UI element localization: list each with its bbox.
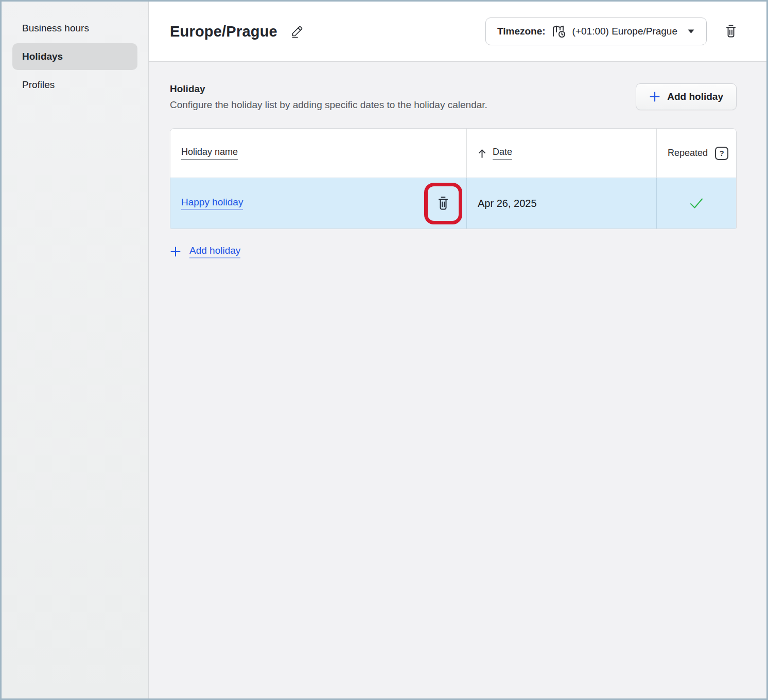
repeated-cell (657, 178, 736, 229)
help-icon[interactable]: ? (715, 147, 728, 160)
plus-icon (649, 91, 660, 102)
table-header: Holiday name Date Repeated ? (170, 129, 736, 178)
add-holiday-link-label: Add holiday (189, 245, 240, 258)
column-header-date: Date (467, 129, 657, 178)
add-holiday-link[interactable]: Add holiday (170, 245, 240, 258)
table-row: Happy holiday (170, 178, 736, 229)
section-title: Holiday (170, 83, 487, 95)
main-panel: Europe/Prague Timezone: (149, 2, 766, 698)
column-header-repeated: Repeated ? (657, 129, 736, 178)
app-window: Business hours Holidays Profiles Europe/… (0, 0, 768, 700)
plus-icon (170, 246, 181, 257)
map-clock-icon (551, 24, 567, 39)
trash-icon (724, 24, 738, 39)
holiday-section: Holiday Configure the holiday list by ad… (149, 62, 766, 698)
delete-holiday-button[interactable] (435, 195, 451, 212)
timezone-dropdown[interactable]: Timezone: (+01:00) Europe/Prague (485, 18, 707, 45)
holiday-table: Holiday name Date Repeated ? (170, 128, 737, 229)
pencil-icon (290, 24, 304, 39)
holiday-date-cell: Apr 26, 2025 (467, 178, 657, 229)
page-title: Europe/Prague (170, 23, 277, 40)
sidebar: Business hours Holidays Profiles (2, 2, 149, 698)
sidebar-item-profiles[interactable]: Profiles (12, 72, 137, 98)
trash-icon (437, 196, 450, 211)
timezone-label: Timezone: (497, 26, 546, 37)
column-repeated-label: Repeated (668, 148, 708, 159)
check-icon (688, 197, 705, 209)
sort-ascending-icon (478, 148, 486, 159)
delete-schedule-button[interactable] (722, 22, 740, 41)
column-date-label[interactable]: Date (493, 147, 512, 160)
holiday-name-link[interactable]: Happy holiday (181, 197, 243, 210)
annotation-highlight-box (424, 183, 462, 224)
sidebar-item-holidays[interactable]: Holidays (12, 43, 137, 70)
edit-title-button[interactable] (288, 22, 306, 41)
add-holiday-button-label: Add holiday (667, 91, 723, 102)
column-holiday-name-label[interactable]: Holiday name (181, 147, 238, 160)
timezone-value: (+01:00) Europe/Prague (572, 26, 677, 37)
sidebar-item-business-hours[interactable]: Business hours (12, 15, 137, 42)
holiday-name-cell: Happy holiday (170, 178, 467, 229)
section-description: Configure the holiday list by adding spe… (170, 99, 487, 111)
add-holiday-button[interactable]: Add holiday (636, 83, 737, 110)
chevron-down-icon (687, 29, 695, 34)
column-header-holiday-name: Holiday name (170, 129, 467, 178)
section-head: Holiday Configure the holiday list by ad… (170, 83, 737, 111)
topbar: Europe/Prague Timezone: (149, 2, 766, 62)
